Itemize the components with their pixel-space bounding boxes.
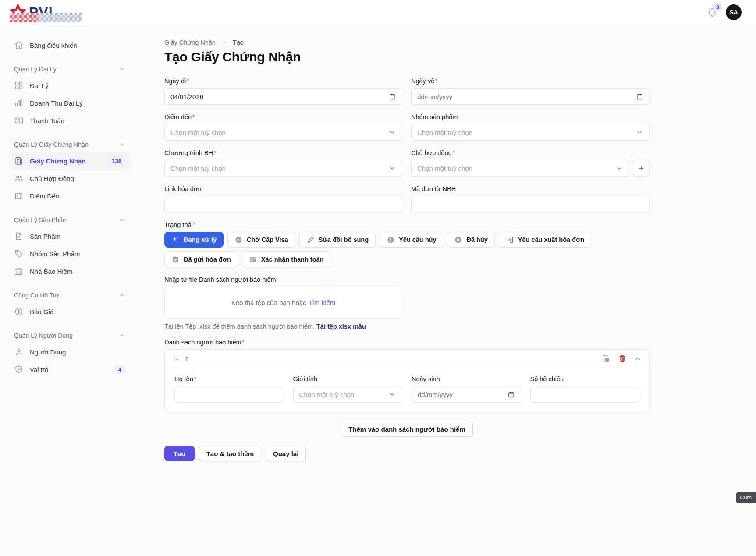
status-da-gui-hoa-don[interactable]: Đã gửi hóa đơn xyxy=(164,251,238,267)
calendar-icon[interactable] xyxy=(636,93,643,100)
count-badge: 4 xyxy=(114,365,125,374)
contract-holder-select[interactable]: Chọn một tuỳ chọn xyxy=(411,160,629,177)
user-avatar[interactable]: SA xyxy=(726,4,742,20)
chevron-up-icon xyxy=(634,355,642,362)
field-ngay-ve: Ngày về* dd/mm/yyyy xyxy=(411,78,650,105)
sidebar-item-giay-chung-nhan[interactable]: Giấy Chứng Nhận 136 xyxy=(9,152,131,170)
clipboard-document-icon xyxy=(14,156,24,166)
field-label: Nhóm sản phẩm xyxy=(411,113,650,120)
field-label: Giới tính xyxy=(293,375,403,382)
sidebar-section-quan-ly-san-pham[interactable]: Quản Lý Sản Phẩm xyxy=(9,216,131,223)
sidebar-item-diem-den[interactable]: Điểm Đến xyxy=(9,187,131,205)
upload-helper: Tải lên Tệp .xlsx để thêm danh sách ngườ… xyxy=(164,323,650,330)
sidebar-item-bao-gia[interactable]: Báo Giá xyxy=(9,303,131,320)
user-group-icon xyxy=(14,174,24,183)
sidebar-item-thanh-toan[interactable]: Thanh Toán xyxy=(9,112,131,129)
create-certificate-form: Ngày đi* 04/01/2026 Ngày về* dd/mm/yyyy xyxy=(164,78,650,479)
sidebar-item-nha-bao-hiem[interactable]: Nhà Bảo Hiểm xyxy=(9,262,131,280)
chevron-down-icon xyxy=(388,128,396,136)
sidebar-section-quan-ly-giay-chung-nhan[interactable]: Quản Lý Giấy Chứng Nhận xyxy=(9,141,131,148)
dollar-circle-icon xyxy=(14,307,24,316)
status-da-huy[interactable]: Đã hủy xyxy=(447,232,494,248)
arrow-into-bracket-icon xyxy=(506,236,514,244)
sidebar-section-quan-ly-dai-ly[interactable]: Quản Lý Đại Lý xyxy=(9,66,131,73)
logo-pixelation-overlay xyxy=(39,13,82,22)
status-sua-doi-bo-sung[interactable]: Sửa đổi bổ sung xyxy=(299,232,376,248)
sidebar-section-cong-cu-ho-tro[interactable]: Công Cụ Hỗ Trợ xyxy=(9,292,131,299)
sidebar-item-dai-ly[interactable]: Đại Lý xyxy=(9,77,131,94)
field-label: Trạng thái xyxy=(164,221,193,228)
status-yeu-cau-xuat-hoa-don[interactable]: Yêu cầu xuất hóa đơn xyxy=(499,232,591,248)
sidebar-section-quan-ly-nguoi-dung[interactable]: Quản Lý Người Dùng xyxy=(9,332,131,339)
create-and-add-button[interactable]: Tạo & tạo thêm xyxy=(199,446,261,461)
field-chu-hop-dong: Chủ hợp đồng* Chọn một tuỳ chọn xyxy=(411,149,650,177)
product-group-select[interactable]: Chọn một tuỳ chọn xyxy=(411,124,650,141)
notifications-button[interactable]: 3 xyxy=(706,7,718,18)
field-upload: Nhập từ file Danh sách người bảo hiểm Ké… xyxy=(164,276,650,330)
user-icon xyxy=(14,347,24,357)
chevron-down-icon xyxy=(388,164,396,172)
return-date-input[interactable]: dd/mm/yyyy xyxy=(411,88,650,105)
birth-date-input[interactable]: dd/mm/yyyy xyxy=(412,386,521,403)
browse-files-link[interactable]: Tìm kiếm xyxy=(309,299,336,306)
create-button[interactable]: Tạo xyxy=(164,446,195,461)
row-number: 1 xyxy=(185,355,188,362)
insured-row-fields: Họ tên* Giới tính Chọn một tuỳ chọn xyxy=(165,368,649,412)
collapse-row-button[interactable] xyxy=(634,355,642,362)
gender-select[interactable]: Chọn một tuỳ chọn xyxy=(293,386,403,403)
sidebar-item-vai-tro[interactable]: Vai trò 4 xyxy=(9,361,131,378)
status-dang-xu-ly[interactable]: Đang xử lý xyxy=(164,232,224,248)
copy-icon xyxy=(602,354,610,363)
drag-handle-icon[interactable] xyxy=(172,355,180,363)
download-template-link[interactable]: Tải tệp xlsx mẫu xyxy=(316,323,366,330)
logo-pixelation-overlay xyxy=(10,13,39,22)
sidebar-item-doanh-thu-dai-ly[interactable]: Doanh Thu Đại Lý xyxy=(9,94,131,112)
status-yeu-cau-huy[interactable]: Yêu cầu hủy xyxy=(380,232,443,248)
sidebar-item-label: Nhà Bảo Hiểm xyxy=(30,268,73,275)
departure-date-input[interactable]: 04/01/2026 xyxy=(164,88,402,105)
back-button[interactable]: Quay lại xyxy=(266,446,306,461)
full-name-input[interactable] xyxy=(174,386,284,403)
pencil-icon xyxy=(306,236,315,244)
sidebar-item-nguoi-dung[interactable]: Người Dùng xyxy=(9,343,131,361)
sidebar-item-san-pham[interactable]: $ Sản Phẩm xyxy=(9,227,131,245)
status-options: Đang xử lý Chờ Cấp Visa Sửa đổi bổ sung xyxy=(164,232,607,267)
form-actions: Tạo Tạo & tạo thêm Quay lại xyxy=(164,446,650,479)
invoice-link-input[interactable] xyxy=(164,196,402,212)
page-title: Tạo Giấy Chứng Nhận xyxy=(164,50,756,64)
status-cho-cap-visa[interactable]: Chờ Cấp Visa xyxy=(227,232,295,248)
topbar-actions: 3 SA xyxy=(706,4,742,20)
sidebar-item-label: Người Dùng xyxy=(30,348,66,356)
passport-number-input[interactable] xyxy=(530,386,640,403)
calendar-icon[interactable] xyxy=(389,93,396,100)
file-dropzone[interactable]: Kéo thả tệp của bạn hoặc Tìm kiếm xyxy=(164,287,402,319)
field-label: Điểm đến xyxy=(164,113,192,120)
banknote-icon xyxy=(14,116,24,125)
status-xac-nhan-thanh-toan[interactable]: Xác nhận thanh toán xyxy=(242,251,331,267)
sidebar-item-chu-hop-dong[interactable]: Chủ Hợp Đồng xyxy=(9,170,131,187)
destination-select[interactable]: Chọn một tuỳ chọn xyxy=(164,124,402,141)
main-content: Giấy Chứng Nhận Tạo Tạo Giấy Chứng Nhận … xyxy=(140,25,756,479)
sidebar-item-nhom-san-pham[interactable]: Nhóm Sản Phẩm xyxy=(9,245,131,262)
duplicate-row-button[interactable] xyxy=(602,354,610,363)
calendar-icon[interactable] xyxy=(508,391,515,398)
insurance-program-select[interactable]: Chọn một tuỳ chọn xyxy=(164,160,402,177)
svg-text:$: $ xyxy=(18,235,20,239)
sidebar-item-bang-dieu-khien[interactable]: Bảng điều khiển xyxy=(9,36,131,54)
breadcrumb-link[interactable]: Giấy Chứng Nhận xyxy=(164,39,216,46)
delete-row-button[interactable] xyxy=(618,354,627,363)
nbh-order-code-input[interactable] xyxy=(411,196,650,212)
field-so-ho-chieu: Số hộ chiếu xyxy=(530,375,640,403)
bank-building-icon xyxy=(14,266,24,276)
trash-icon xyxy=(618,354,627,363)
sidebar-item-label: Vai trò xyxy=(30,366,48,373)
tag-icon xyxy=(14,249,24,259)
add-contract-holder-button[interactable] xyxy=(633,160,650,177)
sidebar-item-label: Đại Lý xyxy=(30,82,49,89)
required-marker: * xyxy=(194,221,196,228)
field-chuong-trinh-bh: Chương trình BH* Chọn một tuỳ chọn xyxy=(164,149,402,177)
brand-logo[interactable]: PVI xyxy=(9,2,59,22)
add-insured-button[interactable]: Thêm vào danh sách người bảo hiểm xyxy=(341,421,473,437)
chevron-up-icon xyxy=(118,332,125,339)
field-ma-don-tu-nbh: Mã đơn từ NBH xyxy=(411,185,650,212)
